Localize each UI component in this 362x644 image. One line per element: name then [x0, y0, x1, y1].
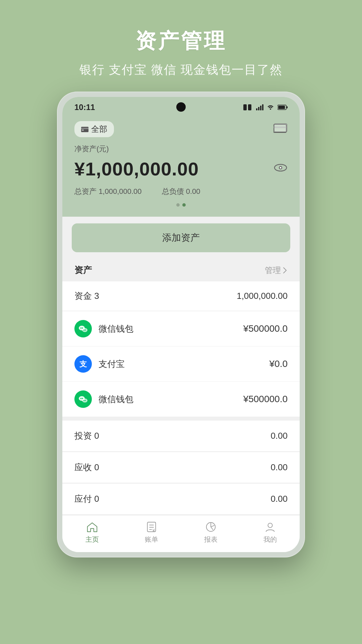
receivables-label: 应收 0	[74, 462, 99, 473]
svg-rect-3	[258, 107, 259, 110]
svg-rect-5	[262, 104, 263, 110]
svg-point-27	[80, 398, 82, 399]
toggle-visibility-button[interactable]	[274, 163, 288, 175]
asset-item-wechat-2[interactable]: 微信钱包 ¥500000.0	[62, 382, 300, 417]
svg-point-31	[85, 400, 86, 401]
phone-mockup: 10:11	[57, 92, 305, 557]
wechat-wallet-2-name: 微信钱包	[99, 393, 133, 405]
assets-section-title: 资产	[74, 264, 92, 276]
svg-rect-9	[278, 106, 285, 109]
nav-item-home[interactable]: 主页	[62, 521, 122, 544]
svg-text:支: 支	[79, 360, 87, 368]
chevron-right-icon	[282, 266, 288, 274]
asset-item-left: 微信钱包	[74, 390, 133, 408]
status-time: 10:11	[74, 103, 95, 112]
card-management-icon[interactable]	[274, 123, 288, 135]
nav-label-ledger: 账单	[145, 535, 158, 544]
payables-amount: 0.00	[270, 494, 288, 504]
investment-label: 投资 0	[74, 430, 99, 442]
sim-icon	[243, 104, 253, 110]
svg-rect-0	[243, 104, 247, 110]
receivables-amount: 0.00	[270, 462, 288, 473]
top-header-row: 全部	[74, 121, 288, 137]
total-assets-label: 总资产 1,000,000.00	[74, 186, 142, 197]
svg-point-28	[82, 398, 83, 399]
alipay-logo: 支	[74, 355, 92, 373]
alipay-name: 支付宝	[99, 358, 125, 370]
wechat-logo	[74, 320, 92, 337]
asset-item-wechat-1[interactable]: 微信钱包 ¥500000.0	[62, 311, 300, 346]
wechat-icon	[78, 324, 88, 334]
ledger-icon: ¥	[145, 521, 158, 533]
content-area: 添加资产 资产 管理 资金 3 1,000,000.00	[62, 217, 300, 552]
total-liabilities-label: 总负债 0.00	[162, 186, 200, 197]
battery-icon	[278, 105, 288, 110]
dot-2-active	[182, 203, 186, 207]
category-fund[interactable]: 资金 3 1,000,000.00	[62, 281, 300, 311]
top-section: 全部 净资产(元) ¥1,000,000.00	[62, 116, 300, 217]
home-icon	[86, 521, 98, 533]
category-fund-label: 资金 3	[74, 290, 99, 302]
wechat-wallet-1-amount: ¥500000.0	[243, 323, 288, 334]
svg-rect-15	[274, 124, 287, 132]
investment-amount: 0.00	[270, 431, 288, 441]
assets-section-header: 资产 管理	[62, 259, 300, 281]
assets-summary: 总资产 1,000,000.00 总负债 0.00	[74, 186, 288, 197]
account-selector-label: 全部	[91, 124, 107, 135]
status-icons	[243, 104, 288, 110]
wechat-wallet-1-name: 微信钱包	[99, 323, 133, 335]
alipay-amount: ¥0.0	[269, 359, 288, 369]
dot-1	[176, 203, 180, 207]
camera-notch	[176, 102, 186, 112]
nav-item-report[interactable]: 报表	[181, 521, 240, 544]
manage-button[interactable]: 管理	[265, 265, 288, 276]
phone-screen: 10:11	[62, 97, 300, 552]
eye-icon	[274, 163, 288, 173]
category-investment: 投资 0 0.00	[62, 421, 300, 451]
svg-rect-1	[248, 104, 251, 110]
nav-item-profile[interactable]: 我的	[240, 521, 300, 544]
payables-row[interactable]: 应付 0 0.00	[62, 484, 300, 515]
payables-label: 应付 0	[74, 493, 99, 505]
net-assets-amount-row: ¥1,000,000.00	[74, 158, 288, 180]
page-title: 资产管理	[79, 27, 283, 55]
svg-point-23	[83, 330, 84, 331]
svg-rect-8	[287, 106, 288, 108]
net-assets-label: 净资产(元)	[74, 144, 288, 154]
asset-item-left: 微信钱包	[74, 320, 133, 337]
wechat-wallet-2-amount: ¥500000.0	[243, 394, 288, 405]
svg-point-18	[280, 167, 282, 168]
svg-rect-2	[256, 108, 257, 110]
category-receivables: 应收 0 0.00	[62, 452, 300, 483]
svg-rect-11	[81, 128, 88, 129]
svg-point-6	[270, 108, 271, 110]
svg-text:¥: ¥	[152, 528, 155, 533]
nav-label-report: 报表	[204, 535, 218, 544]
asset-list: 微信钱包 ¥500000.0 支 支付宝	[62, 311, 300, 417]
wallet-icon	[81, 126, 88, 132]
wifi-icon	[267, 104, 274, 110]
add-asset-button[interactable]: 添加资产	[72, 223, 290, 252]
category-payables: 应付 0 0.00	[62, 484, 300, 515]
category-fund-amount: 1,000,000.00	[237, 291, 288, 301]
svg-point-38	[268, 523, 272, 528]
signal-icon	[256, 104, 263, 110]
wechat-logo-2	[74, 390, 92, 408]
svg-point-21	[82, 327, 83, 329]
nav-label-profile: 我的	[263, 535, 277, 544]
report-icon	[205, 521, 217, 533]
nav-item-ledger[interactable]: ¥ 账单	[122, 521, 181, 544]
account-selector[interactable]: 全部	[74, 121, 114, 137]
svg-point-24	[85, 330, 86, 331]
net-assets-amount: ¥1,000,000.00	[74, 158, 199, 180]
svg-rect-12	[82, 129, 84, 131]
investment-row[interactable]: 投资 0 0.00	[62, 421, 300, 451]
page-header: 资产管理 银行 支付宝 微信 现金钱包一目了然	[66, 0, 296, 92]
profile-icon	[264, 521, 276, 533]
pagination-dots	[74, 203, 288, 207]
alipay-icon: 支	[78, 359, 88, 369]
asset-item-left: 支 支付宝	[74, 355, 125, 373]
receivables-row[interactable]: 应收 0 0.00	[62, 452, 300, 483]
asset-item-alipay[interactable]: 支 支付宝 ¥0.0	[62, 346, 300, 382]
wechat-icon-2	[78, 394, 88, 404]
